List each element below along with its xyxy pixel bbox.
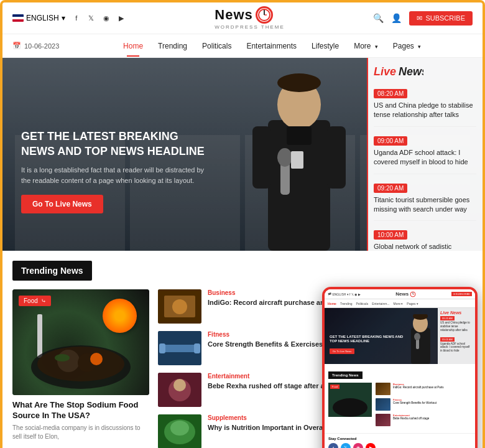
subscribe-button[interactable]: ✉ SUBSCRIBE — [409, 11, 473, 26]
preview-hero: GET THE LATEST BREAKING NEWS ANDTOP NEWS… — [325, 308, 475, 364]
preview-title-1: IndiGo: Record aircraft purchase at Pari… — [393, 386, 444, 389]
food-plate-content — [25, 333, 137, 389]
outer-frame: ENGLISH ▾ f 𝕏 ◉ ▶ News — [0, 0, 485, 448]
svg-rect-27 — [194, 343, 200, 353]
mail-icon: ✉ — [417, 14, 422, 22]
preview-stay-title: Stay Connected — [328, 437, 471, 441]
nav-more[interactable]: More ▾ — [346, 35, 386, 57]
language-label: ENGLISH — [26, 14, 59, 22]
trending-item-img-supplements — [158, 414, 201, 448]
nav-home[interactable]: Home — [116, 35, 150, 57]
orange-decoration — [103, 299, 137, 333]
preview-item-img-1 — [376, 383, 390, 395]
preview-live-label: Live News — [440, 310, 473, 315]
svg-point-33 — [170, 421, 189, 436]
user-icon[interactable]: 👤 — [391, 13, 402, 23]
svg-rect-9 — [327, 126, 346, 189]
language-selector[interactable]: ENGLISH ▾ — [12, 14, 65, 22]
preview-subscribe: ✉ SUBSCRIBE — [451, 292, 472, 296]
live-divider — [367, 58, 368, 251]
preview-live-text-1: US and China pledge to stabilise tense r… — [440, 321, 473, 332]
nav-trending[interactable]: Trending — [150, 35, 195, 57]
nav-entertainments[interactable]: Entertainments — [239, 35, 304, 57]
bottom-content-area: Trending News Food ⤷ — [2, 251, 483, 448]
svg-rect-26 — [159, 343, 165, 353]
live-item-3: 09:20 AM Titanic tourist submersible goe… — [374, 182, 476, 222]
preview-nav-trending: Trending — [340, 302, 353, 306]
food-category-badge: Food ⤷ — [19, 296, 51, 306]
preview-nav: Home Trending Politicals Entertainm... M… — [325, 299, 475, 308]
preview-live-text-2: Uganda ADF school attack: I covered myse… — [440, 342, 473, 353]
preview-twitter-icon: 𝕏 — [341, 443, 351, 448]
preview-hero-text: GET THE LATEST BREAKING NEWS ANDTOP NEWS… — [330, 335, 403, 355]
logo-text: News — [215, 7, 252, 23]
live-news-text-3: Titanic tourist submersible goes missing… — [374, 195, 476, 215]
preview-item-img-3 — [376, 414, 390, 426]
preview-main-img: Food — [328, 383, 372, 417]
live-item-1: 08:20 AM US and China pledge to stabilis… — [374, 87, 476, 127]
preview-nav-home: Home — [328, 302, 336, 306]
svg-text:Live: Live — [374, 65, 396, 78]
logo-box: News — [215, 6, 285, 24]
svg-point-44 — [414, 333, 420, 340]
svg-rect-25 — [163, 345, 196, 352]
svg-rect-7 — [287, 126, 312, 145]
live-time-2: 09:00 AM — [374, 136, 407, 146]
nav-links: Home Trending Politicals Entertainments … — [72, 35, 473, 57]
preview-nav-more: More ▾ — [394, 302, 404, 306]
svg-point-5 — [277, 73, 321, 92]
trending-item-img-fitness — [158, 331, 201, 365]
svg-text:News: News — [399, 65, 423, 78]
trending-main-desc: The social-media company is in discussio… — [12, 424, 149, 441]
trending-main-image: Food ⤷ — [12, 289, 149, 395]
top-bar-right: 🔍 👤 ✉ SUBSCRIBE — [373, 11, 473, 26]
preview-stay-connected: Stay Connected f 𝕏 ◉ ▶ — [325, 433, 475, 448]
trending-section-header: Trending News — [12, 261, 92, 281]
flag-icon — [12, 14, 24, 22]
svg-point-46 — [333, 398, 367, 417]
share-icon: ⤷ — [41, 297, 46, 304]
preview-topbar: 🏴 ENGLISH ▾ f 𝕏 ◉ ▶ News ✉ SUBSCRIBE — [325, 289, 475, 299]
facebook-icon[interactable]: f — [72, 13, 81, 23]
tablet-device-preview: 🏴 ENGLISH ▾ f 𝕏 ◉ ▶ News ✉ SUBSCRIBE — [322, 287, 478, 448]
live-time-4: 10:00 AM — [374, 230, 407, 240]
svg-point-20 — [55, 354, 70, 362]
logo-subtitle: WordPress Theme — [215, 24, 285, 30]
preview-item-text-2: Fitness Core Strength Benefits for Worko… — [393, 398, 436, 411]
nav-bar: 📅 10-06-2023 Home Trending Politicals En… — [2, 34, 483, 58]
preview-food-badge: Food — [330, 385, 340, 389]
pages-arrow-icon: ▾ — [418, 44, 421, 50]
nav-date: 📅 10-06-2023 — [12, 42, 59, 50]
social-icons: f 𝕏 ◉ ▶ — [72, 13, 126, 23]
live-news-button[interactable]: Go To Live News — [21, 195, 103, 213]
preview-item-text-1: Business IndiGo: Record aircraft purchas… — [393, 383, 444, 395]
preview-trending-item-2: Fitness Core Strength Benefits for Worko… — [376, 398, 471, 411]
preview-nav-entertainments: Entertainm... — [372, 302, 389, 306]
live-item-2: 09:00 AM Uganda ADF school attack: I cov… — [374, 134, 476, 174]
svg-rect-12 — [291, 151, 303, 169]
nav-politicals[interactable]: Politicals — [195, 35, 239, 57]
youtube-icon[interactable]: ▶ — [116, 13, 126, 23]
nav-lifestyle[interactable]: Lifestyle — [304, 35, 346, 57]
more-arrow-icon: ▾ — [375, 44, 378, 50]
svg-point-23 — [172, 299, 187, 314]
preview-social-icons: f 𝕏 ◉ ▶ — [328, 443, 471, 448]
preview-trending-item-3: Entertainment Bebe Rexha rushed off stag… — [376, 414, 471, 426]
svg-point-11 — [277, 148, 292, 167]
orange-slice-icon — [103, 299, 137, 333]
trending-item-img-business — [158, 289, 201, 324]
live-news-panel: Live News 08:20 AM US and China pledge t… — [367, 58, 483, 251]
instagram-icon[interactable]: ◉ — [101, 13, 111, 23]
reporter-image — [246, 70, 352, 251]
live-time-3: 09:20 AM — [374, 184, 407, 193]
svg-rect-8 — [252, 126, 271, 189]
twitter-icon[interactable]: 𝕏 — [86, 13, 96, 23]
nav-pages[interactable]: Pages ▾ — [386, 35, 428, 57]
search-icon[interactable]: 🔍 — [373, 13, 384, 23]
preview-title-2: Core Strength Benefits for Workout — [393, 401, 436, 404]
preview-live-time-1: 08:20 AM — [440, 316, 455, 320]
preview-trending-item-1: Business IndiGo: Record aircraft purchas… — [376, 383, 471, 395]
preview-item-text-3: Entertainment Bebe Rexha rushed off stag… — [393, 414, 429, 426]
svg-point-30 — [173, 379, 186, 391]
top-bar-left: ENGLISH ▾ f 𝕏 ◉ ▶ — [12, 13, 126, 23]
